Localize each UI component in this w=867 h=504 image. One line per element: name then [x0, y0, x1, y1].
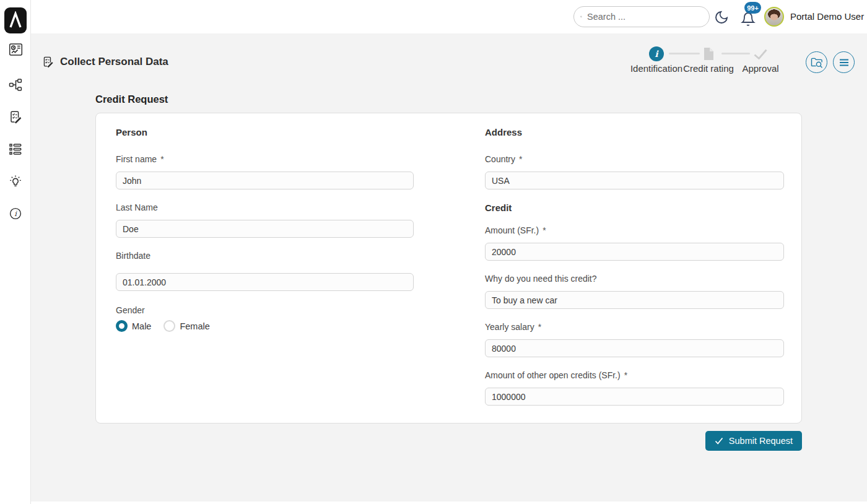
- check-icon: [715, 437, 723, 445]
- process-viewer-button[interactable]: [806, 51, 827, 73]
- amount-input[interactable]: [485, 243, 784, 261]
- gender-option-female[interactable]: Female: [163, 320, 209, 332]
- search-icon: [580, 11, 582, 22]
- first-name-input[interactable]: [116, 172, 414, 189]
- folder-search-icon: [811, 56, 823, 69]
- birthdate-label: Birthdate: [116, 251, 414, 261]
- task-title: Collect Personal Data: [42, 56, 168, 68]
- check-icon: [754, 49, 767, 59]
- birthdate-input[interactable]: [116, 273, 414, 291]
- credit-request-card: Person First name* Last Name Birthdate G…: [95, 113, 802, 424]
- required-mark: *: [542, 225, 546, 235]
- submit-request-label: Submit Request: [729, 436, 793, 446]
- other-credits-label: Amount of other open credits (SFr.)*: [485, 370, 784, 380]
- sidebar-item-about[interactable]: i: [7, 206, 24, 222]
- step-label: Approval: [742, 63, 778, 74]
- notification-count-badge: 99+: [744, 2, 761, 14]
- info-icon: i: [9, 207, 22, 220]
- sidebar-item-dashboard[interactable]: [7, 41, 24, 58]
- info-circle-icon: i: [649, 46, 664, 61]
- required-mark: *: [160, 154, 163, 164]
- sidebar-item-announcement[interactable]: [7, 173, 24, 189]
- task-document-icon: [42, 56, 54, 68]
- sidebar-item-processes[interactable]: [7, 77, 24, 93]
- moon-icon: [714, 10, 729, 25]
- gender-label: Gender: [116, 305, 414, 315]
- bell-icon: [741, 12, 756, 27]
- sidebar-item-cases[interactable]: [7, 141, 24, 157]
- lambda-logo-icon: [8, 11, 23, 30]
- case-menu-button[interactable]: [833, 51, 855, 73]
- section-heading-person: Person: [116, 127, 414, 137]
- yearly-salary-input[interactable]: [485, 339, 784, 357]
- form-title: Credit Request: [95, 93, 168, 105]
- radio-selected-icon[interactable]: [116, 320, 128, 332]
- main-content-area: Collect Personal Data i Identification C…: [31, 33, 867, 502]
- process-hierarchy-icon: [9, 78, 22, 92]
- app-window: i 99+ Portal Demo User: [0, 0, 867, 504]
- radio-label: Male: [132, 321, 151, 331]
- sidebar-item-tasks[interactable]: [7, 109, 24, 125]
- first-name-label: First name*: [116, 154, 414, 164]
- lightbulb-icon: [9, 175, 22, 188]
- other-credits-input[interactable]: [485, 388, 784, 406]
- submit-request-button[interactable]: Submit Request: [705, 431, 802, 451]
- credit-reason-label: Why do you need this credit?: [485, 274, 784, 284]
- user-name[interactable]: Portal Demo User: [790, 11, 864, 22]
- credit-reason-input[interactable]: [485, 291, 784, 309]
- svg-text:i: i: [14, 209, 17, 218]
- country-label: Country*: [485, 154, 784, 164]
- required-mark: *: [624, 370, 627, 380]
- gender-radio-group: Male Female: [116, 320, 210, 332]
- section-heading-address: Address: [485, 127, 784, 137]
- search-input[interactable]: [587, 12, 703, 22]
- user-avatar[interactable]: [764, 7, 784, 27]
- case-list-icon: [9, 142, 22, 156]
- topbar: 99+ Portal Demo User: [31, 0, 867, 33]
- required-mark: *: [519, 154, 522, 164]
- global-search[interactable]: [573, 6, 710, 27]
- yearly-salary-label: Yearly salary*: [485, 322, 784, 332]
- app-logo[interactable]: [4, 7, 27, 33]
- step-approval: Approval: [726, 46, 795, 74]
- amount-label: Amount (SFr.)*: [485, 225, 784, 235]
- page-title: Collect Personal Data: [60, 56, 168, 68]
- section-heading-credit: Credit: [485, 202, 784, 213]
- file-icon: [704, 48, 713, 60]
- radio-unselected-icon[interactable]: [163, 320, 175, 332]
- country-input[interactable]: [485, 172, 784, 189]
- dark-mode-toggle[interactable]: [712, 8, 731, 27]
- required-mark: *: [538, 322, 541, 332]
- last-name-input[interactable]: [116, 220, 414, 238]
- radio-label: Female: [180, 321, 209, 331]
- hamburger-menu-icon: [839, 59, 849, 66]
- last-name-label: Last Name: [116, 202, 414, 212]
- dashboard-icon: [9, 43, 23, 56]
- gender-option-male[interactable]: Male: [116, 320, 151, 332]
- tasks-icon: [9, 110, 22, 124]
- sidebar: i: [0, 0, 31, 504]
